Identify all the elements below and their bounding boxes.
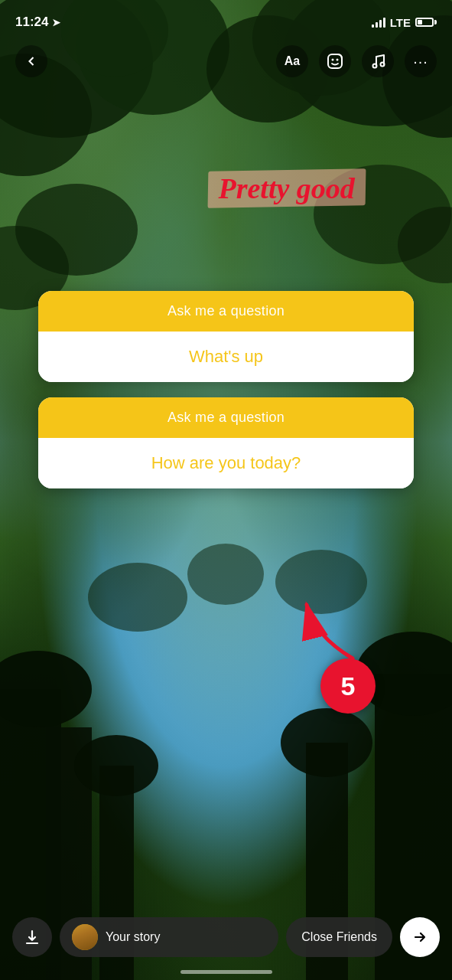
svg-point-18 [74, 735, 158, 796]
status-right: LTE [372, 16, 437, 29]
card-2-header: Ask me a question [38, 397, 414, 438]
signal-bars [372, 17, 385, 28]
red-arrow [291, 597, 368, 666]
signal-bar-3 [379, 20, 382, 28]
svg-point-21 [187, 544, 264, 605]
count-badge: 5 [320, 658, 376, 714]
text-tool-button[interactable]: Aa [276, 45, 308, 77]
svg-rect-24 [328, 54, 342, 68]
status-bar: 11:24 ➤ LTE [0, 0, 452, 38]
music-button[interactable] [362, 45, 394, 77]
sticker-icon [327, 53, 343, 70]
card-1-header: Ask me a question [38, 291, 414, 332]
close-friends-button[interactable]: Close Friends [286, 917, 392, 957]
trees-overlay [0, 0, 452, 980]
svg-point-22 [88, 563, 187, 632]
signal-bar-2 [376, 22, 378, 28]
count-number: 5 [341, 671, 356, 701]
card-2-answer: How are you today? [151, 453, 301, 472]
avatar-image [72, 924, 98, 950]
next-arrow-icon [411, 929, 428, 946]
card-1-header-text: Ask me a question [167, 303, 285, 318]
card-1-body: What's up [38, 332, 414, 382]
time-display: 11:24 [15, 15, 48, 30]
close-friends-label: Close Friends [301, 930, 377, 944]
svg-point-26 [337, 59, 339, 61]
music-icon [369, 53, 386, 70]
svg-point-20 [281, 708, 372, 777]
signal-bar-4 [383, 18, 385, 28]
toolbar: Aa ··· [0, 40, 452, 83]
text-tool-label: Aa [285, 54, 300, 68]
avatar [72, 924, 98, 950]
back-icon [24, 54, 39, 69]
card-1-answer: What's up [189, 347, 263, 366]
question-card-2[interactable]: Ask me a question How are you today? [38, 397, 414, 488]
your-story-button[interactable]: Your story [60, 917, 278, 957]
download-icon [23, 928, 41, 946]
cards-container: Ask me a question What's up Ask me a que… [38, 291, 414, 488]
status-time: 11:24 ➤ [15, 15, 60, 30]
toolbar-right: Aa ··· [276, 45, 437, 77]
svg-point-25 [332, 59, 334, 61]
location-arrow-icon: ➤ [52, 17, 60, 28]
next-button[interactable] [400, 917, 440, 957]
arrow-badge-container: 5 [320, 658, 376, 714]
svg-point-14 [0, 651, 92, 727]
lte-label: LTE [390, 16, 411, 29]
svg-point-28 [381, 63, 385, 67]
back-button[interactable] [15, 45, 47, 77]
svg-point-27 [373, 64, 377, 68]
card-2-header-text: Ask me a question [167, 410, 285, 425]
question-card-1[interactable]: Ask me a question What's up [38, 291, 414, 382]
more-button[interactable]: ··· [405, 45, 437, 77]
download-button[interactable] [12, 917, 52, 957]
your-story-label: Your story [106, 930, 160, 944]
pretty-good-text: Pretty good [211, 168, 363, 208]
card-2-body: How are you today? [38, 438, 414, 488]
sticker-button[interactable] [319, 45, 351, 77]
home-indicator [180, 970, 272, 974]
signal-bar-1 [372, 24, 374, 28]
story-text-container: Pretty good [211, 168, 363, 208]
battery-icon [415, 18, 437, 27]
more-dots-icon: ··· [413, 53, 428, 70]
bottom-bar: Your story Close Friends [12, 917, 440, 957]
